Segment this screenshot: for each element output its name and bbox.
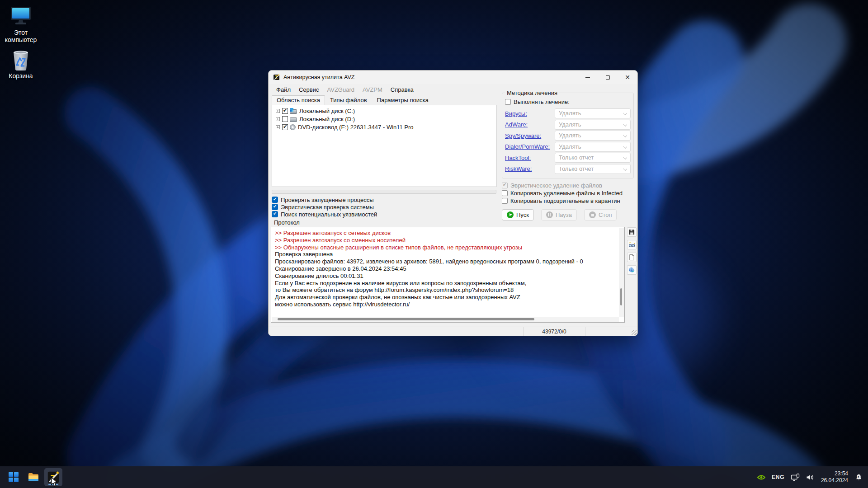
treatment-option[interactable]: Эвристическое удаление файлов: [502, 182, 634, 189]
action-dropdown[interactable]: Удалять: [555, 131, 631, 141]
control-icon: [589, 211, 596, 218]
treatment-option-label: Копировать подозрительные в карантин: [510, 197, 620, 204]
desktop-icon-recycle-bin[interactable]: Корзина: [0, 49, 42, 80]
horizontal-scrollbar[interactable]: [272, 317, 619, 322]
log-line: >> Разрешен автозапуск со сменных носите…: [275, 237, 621, 244]
tab[interactable]: Область поиска: [272, 95, 325, 105]
tree-item[interactable]: Локальный диск (C:): [273, 107, 495, 115]
statusbar: 43972/0/0: [269, 327, 637, 336]
treatment-category-row: AdWare: Удалять: [505, 119, 631, 131]
menu-item[interactable]: AVZGuard: [323, 85, 359, 94]
save-icon: [628, 229, 635, 235]
language-indicator[interactable]: ENG: [769, 468, 788, 486]
treatment-groupbox: Методика лечения Выполнять лечение: Виру…: [502, 93, 634, 178]
chevron-down-icon: [623, 145, 627, 149]
close-button[interactable]: ✕: [618, 70, 637, 84]
volume-tray-button[interactable]: [803, 468, 817, 486]
chevron-down-icon: [623, 133, 627, 137]
scan-progress-bar: [272, 190, 496, 194]
menu-item[interactable]: Сервис: [295, 85, 323, 94]
checkbox[interactable]: [272, 211, 278, 217]
scrollbar-thumb[interactable]: [620, 288, 622, 305]
scan-option[interactable]: Поиск потенциальных уязвимостей: [272, 211, 496, 218]
category-link[interactable]: HackTool:: [505, 155, 531, 161]
treatment-category-row: RiskWare: Только отчет: [505, 164, 631, 175]
menu-item[interactable]: AVZPM: [359, 85, 387, 94]
tree-item[interactable]: Локальный диск (D:): [273, 115, 495, 123]
treatment-panel: Методика лечения Выполнять лечение: Виру…: [502, 93, 634, 221]
tab[interactable]: Типы файлов: [325, 95, 372, 105]
perform-treatment-label: Выполнять лечение:: [514, 99, 570, 105]
treatment-category-row: Dialer/PornWare: Удалять: [505, 141, 631, 153]
maximize-button[interactable]: [598, 70, 618, 84]
tree-item[interactable]: DVD-дисковод (E:) 22631.3447 - Win11 Pro: [273, 123, 495, 131]
protocol-log[interactable]: >> Разрешен автозапуск с сетевых дисков …: [271, 227, 625, 323]
tree-checkbox[interactable]: [282, 116, 288, 122]
menu-item[interactable]: Файл: [272, 85, 295, 94]
control-icon: [507, 211, 514, 218]
category-link[interactable]: Dialer/PornWare:: [505, 143, 550, 150]
expand-icon[interactable]: [276, 109, 280, 113]
checkbox[interactable]: [502, 190, 508, 196]
checkbox[interactable]: [502, 198, 508, 204]
log-line: Просканировано файлов: 43972, извлечено …: [275, 258, 621, 265]
scan-control-button[interactable]: Пуск: [502, 209, 534, 221]
clock[interactable]: 23:54 26.04.2024: [817, 470, 852, 484]
scrollbar-thumb[interactable]: [278, 318, 534, 320]
checkbox[interactable]: [505, 99, 511, 105]
vertical-scrollbar[interactable]: [619, 228, 624, 317]
category-link[interactable]: Spy/Spyware:: [505, 132, 541, 139]
scan-option[interactable]: Проверять запущенные процессы: [272, 196, 496, 203]
avz-app-icon: Z: [273, 74, 280, 81]
dropdown-value: Только отчет: [559, 154, 594, 161]
send-to-web-button[interactable]: [627, 265, 637, 275]
category-link[interactable]: AdWare:: [505, 121, 528, 128]
this-pc-icon: [9, 5, 33, 27]
expand-icon[interactable]: [276, 117, 280, 121]
file-explorer-button[interactable]: [24, 468, 42, 486]
scan-controls: Пуск Пауза Стоп: [502, 209, 634, 221]
status-pane: [269, 327, 524, 336]
dropdown-value: Только отчет: [559, 165, 594, 172]
action-dropdown[interactable]: Удалять: [555, 142, 631, 152]
log-line: Сканирование завершено в 26.04.2024 23:5…: [275, 265, 621, 272]
scan-control-button[interactable]: Стоп: [584, 209, 617, 221]
chevron-down-icon: [623, 122, 627, 127]
chevron-down-icon: [623, 155, 627, 160]
dropdown-value: Удалять: [559, 110, 581, 117]
treatment-categories: Вирусы: Удалять AdWare: Удалять: [505, 108, 631, 174]
treatment-option[interactable]: Копировать подозрительные в карантин: [502, 197, 634, 205]
nvidia-tray-button[interactable]: [754, 468, 769, 486]
treatment-option[interactable]: Копировать удаляемые файлы в Infected: [502, 189, 634, 197]
minimize-button[interactable]: [578, 70, 598, 84]
view-log-button[interactable]: [627, 240, 637, 249]
scan-option[interactable]: Эвристическая проверка системы: [272, 203, 496, 211]
category-link[interactable]: Вирусы:: [505, 110, 527, 117]
action-dropdown[interactable]: Только отчет: [555, 153, 631, 163]
scan-control-button[interactable]: Пауза: [541, 209, 577, 221]
perform-treatment-option[interactable]: Выполнять лечение:: [505, 98, 631, 106]
notifications-button[interactable]: z: [852, 468, 863, 486]
drive-icon: [290, 109, 297, 114]
start-button[interactable]: [5, 468, 23, 486]
tree-checkbox[interactable]: [282, 124, 288, 130]
action-dropdown[interactable]: Только отчет: [555, 164, 631, 174]
expand-icon[interactable]: [276, 125, 280, 129]
save-log-button[interactable]: [627, 227, 637, 237]
resize-grip-icon[interactable]: [632, 330, 637, 335]
action-dropdown[interactable]: Удалять: [555, 120, 631, 130]
tree-checkbox[interactable]: [282, 108, 288, 114]
desktop-icon-this-pc[interactable]: Этот компьютер: [0, 5, 42, 43]
clear-log-button[interactable]: [627, 253, 637, 262]
checkbox[interactable]: [272, 204, 278, 210]
checkbox[interactable]: [502, 183, 508, 188]
titlebar[interactable]: Z Антивирусная утилита AVZ ✕: [269, 70, 637, 84]
network-tray-button[interactable]: [788, 468, 803, 486]
tree-item-label: Локальный диск (D:): [299, 116, 355, 122]
category-link[interactable]: RiskWare:: [505, 165, 532, 172]
checkbox[interactable]: [272, 197, 278, 203]
recycle-bin-icon: [9, 49, 33, 70]
action-dropdown[interactable]: Удалять: [555, 108, 631, 118]
menu-item[interactable]: Справка: [387, 85, 418, 94]
tab[interactable]: Параметры поиска: [372, 95, 434, 105]
